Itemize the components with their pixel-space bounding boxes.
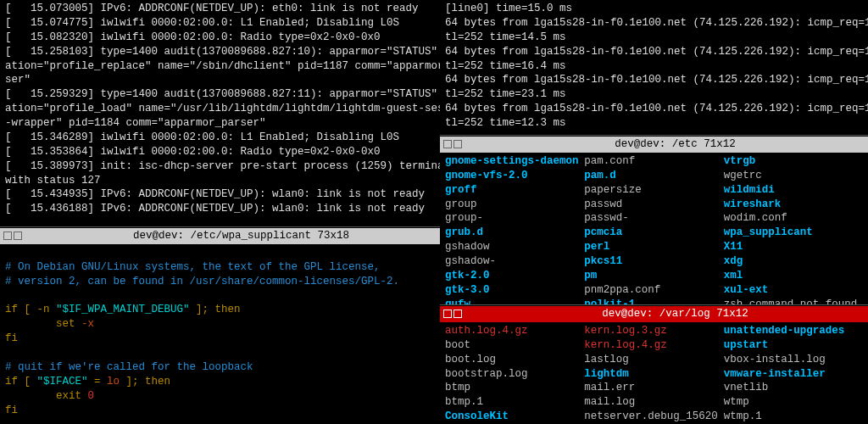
pane-icon: [453, 140, 462, 148]
list-item: boot.log: [445, 353, 584, 367]
log-titlebar: dev@dev: /var/log 71x12: [440, 305, 868, 322]
list-item: gshadow-: [445, 254, 584, 269]
wpa-output: # On Debian GNU/Linux systems, the text …: [0, 244, 440, 424]
list-item: vbox-install.log: [724, 353, 863, 367]
list-item: wodim.conf: [724, 211, 863, 226]
list-item: grub.d: [445, 226, 584, 240]
etc-pane[interactable]: dev@dev: /etc 71x12 gnome-settings-daemo…: [440, 136, 868, 305]
list-item: pcmcia: [584, 226, 723, 240]
list-item: lightdm: [584, 367, 723, 382]
pane-icon: [453, 310, 462, 318]
list-item: pnm2ppa.conf: [584, 283, 723, 298]
wpa-title: dev@dev: /etc/wpa_supplicant 73x18: [42, 229, 440, 243]
list-item: gufw: [445, 298, 584, 305]
list-item: gnome-vfs-2.0: [445, 169, 584, 183]
list-item: vmware-installer: [724, 367, 863, 382]
dmesg-output: [ 15.073005] IPv6: ADDRCONF(NETDEV_UP): …: [0, 0, 440, 218]
list-item: mail.log: [584, 395, 723, 410]
list-item: kern.log.4.gz: [584, 338, 723, 353]
list-item: xdg: [724, 254, 863, 269]
list-item: gshadow: [445, 240, 584, 254]
list-item: zsh_command_not_found: [724, 298, 863, 305]
list-item: upstart: [724, 338, 863, 353]
list-item: group-: [445, 211, 584, 226]
list-item: polkit-1: [584, 298, 723, 305]
list-item: btmp.1: [445, 395, 584, 410]
log-title: dev@dev: /var/log 71x12: [482, 307, 868, 321]
list-item: netserver.debug_15620: [584, 410, 723, 424]
pane-icon: [443, 140, 452, 148]
list-item: wtmp: [724, 395, 863, 410]
list-item: wireshark: [724, 198, 863, 212]
list-item: xul-ext: [724, 283, 863, 298]
list-item: passwd-: [584, 211, 723, 226]
etc-titlebar: dev@dev: /etc 71x12: [440, 136, 868, 153]
list-item: pm: [584, 269, 723, 283]
pane-icon: [443, 310, 452, 318]
list-item: group: [445, 198, 584, 212]
list-item: lastlog: [584, 353, 723, 367]
list-item: perl: [584, 240, 723, 254]
pane-icon: [14, 232, 22, 240]
list-item: papersize: [584, 183, 723, 198]
etc-title: dev@dev: /etc 71x12: [482, 137, 868, 152]
list-item: wildmidi: [724, 183, 863, 198]
list-item: mail.err: [584, 381, 723, 395]
pane-icon: [3, 232, 12, 240]
list-item: btmp: [445, 381, 584, 395]
list-item: vnetlib: [724, 381, 863, 395]
list-item: auth.log.4.gz: [445, 324, 584, 338]
list-item: vtrgb: [724, 154, 863, 169]
list-item: kern.log.3.gz: [584, 324, 723, 338]
list-item: gnome-settings-daemon: [445, 154, 584, 169]
list-item: pam.conf: [584, 154, 723, 169]
left-column: [ 15.073005] IPv6: ADDRCONF(NETDEV_UP): …: [0, 0, 440, 424]
list-item: wgetrc: [724, 169, 863, 183]
etc-ls: gnome-settings-daemongnome-vfs-2.0groffg…: [440, 153, 868, 305]
list-item: passwd: [584, 198, 723, 212]
list-item: boot: [445, 338, 584, 353]
list-item: wtmp.1: [724, 410, 863, 424]
list-item: ConsoleKit: [445, 410, 584, 424]
dmesg-pane[interactable]: [ 15.073005] IPv6: ADDRCONF(NETDEV_UP): …: [0, 0, 440, 227]
list-item: wpa_supplicant: [724, 226, 863, 240]
list-item: unattended-upgrades: [724, 324, 863, 338]
wpa-titlebar: dev@dev: /etc/wpa_supplicant 73x18: [0, 227, 440, 244]
list-item: pkcs11: [584, 254, 723, 269]
log-ls: auth.log.4.gzbootboot.logbootstrap.logbt…: [440, 322, 868, 424]
right-column: [line0] time=15.0 ms 64 bytes from lga15…: [440, 0, 868, 424]
ping-output: [line0] time=15.0 ms 64 bytes from lga15…: [440, 0, 868, 132]
list-item: gtk-2.0: [445, 269, 584, 283]
ping-pane[interactable]: [line0] time=15.0 ms 64 bytes from lga15…: [440, 0, 868, 136]
list-item: bootstrap.log: [445, 367, 584, 382]
list-item: groff: [445, 183, 584, 198]
list-item: pam.d: [584, 169, 723, 183]
wpa-pane[interactable]: dev@dev: /etc/wpa_supplicant 73x18 # On …: [0, 227, 440, 424]
log-pane[interactable]: dev@dev: /var/log 71x12 auth.log.4.gzboo…: [440, 305, 868, 424]
list-item: xml: [724, 269, 863, 283]
list-item: gtk-3.0: [445, 283, 584, 298]
list-item: X11: [724, 240, 863, 254]
